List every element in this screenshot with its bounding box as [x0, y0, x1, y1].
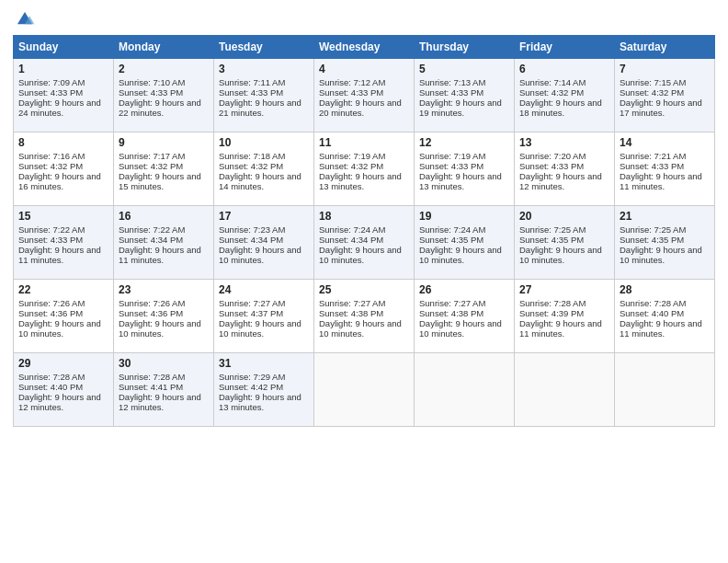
day-number: 22	[18, 283, 108, 296]
day-number: 15	[18, 210, 108, 223]
daylight-text: Daylight: 9 hours and 22 minutes.	[119, 98, 201, 118]
calendar-cell-13: 13Sunrise: 7:20 AMSunset: 4:33 PMDayligh…	[515, 132, 615, 206]
logo-icon	[15, 9, 35, 29]
calendar-cell-empty-3	[314, 353, 415, 427]
calendar-header-row: Sunday Monday Tuesday Wednesday Thursday…	[14, 36, 715, 59]
col-thursday: Thursday	[415, 36, 515, 59]
sunrise-text: Sunrise: 7:29 AM	[219, 372, 285, 382]
calendar-cell-2: 2Sunrise: 7:10 AMSunset: 4:33 PMDaylight…	[114, 59, 214, 132]
calendar-cell-11: 11Sunrise: 7:19 AMSunset: 4:32 PMDayligh…	[314, 132, 415, 206]
day-number: 5	[419, 63, 509, 75]
calendar-cell-1: 1Sunrise: 7:09 AMSunset: 4:33 PMDaylight…	[14, 59, 114, 132]
calendar-cell-20: 20Sunrise: 7:25 AMSunset: 4:35 PMDayligh…	[515, 206, 615, 280]
calendar-week-5: 29Sunrise: 7:28 AMSunset: 4:40 PMDayligh…	[14, 353, 715, 427]
daylight-text: Daylight: 9 hours and 10 minutes.	[620, 245, 702, 265]
daylight-text: Daylight: 9 hours and 10 minutes.	[519, 245, 602, 265]
sunrise-text: Sunrise: 7:28 AM	[119, 372, 185, 382]
day-number: 13	[519, 136, 609, 149]
daylight-text: Daylight: 9 hours and 10 minutes.	[319, 318, 402, 339]
daylight-text: Daylight: 9 hours and 20 minutes.	[319, 98, 402, 118]
sunset-text: Sunset: 4:32 PM	[319, 161, 383, 171]
day-number: 26	[419, 283, 509, 296]
sunset-text: Sunset: 4:32 PM	[519, 87, 584, 98]
calendar-cell-17: 17Sunrise: 7:23 AMSunset: 4:34 PMDayligh…	[214, 206, 314, 280]
calendar-cell-7: 7Sunrise: 7:15 AMSunset: 4:32 PMDaylight…	[615, 59, 715, 132]
sunrise-text: Sunrise: 7:26 AM	[18, 298, 85, 308]
sunset-text: Sunset: 4:33 PM	[519, 161, 584, 171]
daylight-text: Daylight: 9 hours and 11 minutes.	[119, 245, 201, 265]
day-number: 21	[620, 210, 710, 223]
daylight-text: Daylight: 9 hours and 14 minutes.	[219, 171, 301, 191]
daylight-text: Daylight: 9 hours and 10 minutes.	[219, 245, 301, 265]
day-number: 24	[219, 283, 309, 296]
calendar-table: Sunday Monday Tuesday Wednesday Thursday…	[13, 35, 715, 427]
sunrise-text: Sunrise: 7:12 AM	[319, 77, 385, 87]
daylight-text: Daylight: 9 hours and 12 minutes.	[18, 392, 101, 412]
sunset-text: Sunset: 4:36 PM	[18, 308, 83, 318]
day-number: 29	[18, 357, 108, 370]
daylight-text: Daylight: 9 hours and 10 minutes.	[419, 245, 502, 265]
sunrise-text: Sunrise: 7:16 AM	[18, 151, 85, 161]
calendar-cell-21: 21Sunrise: 7:25 AMSunset: 4:35 PMDayligh…	[615, 206, 715, 280]
calendar-cell-9: 9Sunrise: 7:17 AMSunset: 4:32 PMDaylight…	[114, 132, 214, 206]
calendar-cell-18: 18Sunrise: 7:24 AMSunset: 4:34 PMDayligh…	[314, 206, 415, 280]
sunset-text: Sunset: 4:33 PM	[18, 235, 83, 245]
day-number: 11	[319, 136, 409, 149]
col-sunday: Sunday	[14, 36, 114, 59]
calendar-cell-19: 19Sunrise: 7:24 AMSunset: 4:35 PMDayligh…	[415, 206, 515, 280]
col-saturday: Saturday	[615, 36, 715, 59]
daylight-text: Daylight: 9 hours and 11 minutes.	[620, 171, 702, 191]
header	[13, 9, 715, 29]
calendar-cell-6: 6Sunrise: 7:14 AMSunset: 4:32 PMDaylight…	[515, 59, 615, 132]
sunset-text: Sunset: 4:33 PM	[620, 161, 684, 171]
daylight-text: Daylight: 9 hours and 13 minutes.	[319, 171, 402, 191]
sunset-text: Sunset: 4:38 PM	[419, 308, 483, 318]
daylight-text: Daylight: 9 hours and 21 minutes.	[219, 98, 301, 118]
daylight-text: Daylight: 9 hours and 15 minutes.	[119, 171, 201, 191]
day-number: 9	[119, 136, 209, 149]
sunset-text: Sunset: 4:33 PM	[419, 161, 483, 171]
sunset-text: Sunset: 4:41 PM	[119, 382, 183, 392]
day-number: 3	[219, 63, 309, 75]
sunrise-text: Sunrise: 7:28 AM	[620, 298, 686, 308]
day-number: 28	[620, 283, 710, 296]
sunrise-text: Sunrise: 7:14 AM	[519, 77, 586, 87]
day-number: 10	[219, 136, 309, 149]
sunrise-text: Sunrise: 7:18 AM	[219, 151, 285, 161]
sunset-text: Sunset: 4:33 PM	[419, 87, 483, 98]
daylight-text: Daylight: 9 hours and 13 minutes.	[419, 171, 502, 191]
calendar-cell-22: 22Sunrise: 7:26 AMSunset: 4:36 PMDayligh…	[14, 280, 114, 353]
sunrise-text: Sunrise: 7:19 AM	[419, 151, 485, 161]
calendar-cell-3: 3Sunrise: 7:11 AMSunset: 4:33 PMDaylight…	[214, 59, 314, 132]
day-number: 30	[119, 357, 209, 370]
calendar-week-1: 1Sunrise: 7:09 AMSunset: 4:33 PMDaylight…	[14, 59, 715, 132]
daylight-text: Daylight: 9 hours and 10 minutes.	[419, 318, 502, 339]
col-tuesday: Tuesday	[214, 36, 314, 59]
day-number: 7	[620, 63, 710, 75]
daylight-text: Daylight: 9 hours and 24 minutes.	[18, 98, 101, 118]
daylight-text: Daylight: 9 hours and 19 minutes.	[419, 98, 502, 118]
day-number: 19	[419, 210, 509, 223]
sunset-text: Sunset: 4:39 PM	[519, 308, 584, 318]
sunrise-text: Sunrise: 7:26 AM	[119, 298, 185, 308]
sunset-text: Sunset: 4:40 PM	[620, 308, 684, 318]
daylight-text: Daylight: 9 hours and 10 minutes.	[119, 318, 201, 339]
sunrise-text: Sunrise: 7:09 AM	[18, 77, 85, 87]
calendar-cell-31: 31Sunrise: 7:29 AMSunset: 4:42 PMDayligh…	[214, 353, 314, 427]
day-number: 16	[119, 210, 209, 223]
sunset-text: Sunset: 4:35 PM	[519, 235, 584, 245]
sunrise-text: Sunrise: 7:15 AM	[620, 77, 686, 87]
sunrise-text: Sunrise: 7:25 AM	[620, 224, 686, 235]
day-number: 31	[219, 357, 309, 370]
sunrise-text: Sunrise: 7:10 AM	[119, 77, 185, 87]
day-number: 20	[519, 210, 609, 223]
calendar-cell-empty-4	[415, 353, 515, 427]
sunrise-text: Sunrise: 7:25 AM	[519, 224, 586, 235]
sunrise-text: Sunrise: 7:24 AM	[419, 224, 485, 235]
daylight-text: Daylight: 9 hours and 17 minutes.	[620, 98, 702, 118]
calendar-cell-10: 10Sunrise: 7:18 AMSunset: 4:32 PMDayligh…	[214, 132, 314, 206]
day-number: 6	[519, 63, 609, 75]
calendar-cell-5: 5Sunrise: 7:13 AMSunset: 4:33 PMDaylight…	[415, 59, 515, 132]
calendar-cell-30: 30Sunrise: 7:28 AMSunset: 4:41 PMDayligh…	[114, 353, 214, 427]
calendar-cell-12: 12Sunrise: 7:19 AMSunset: 4:33 PMDayligh…	[415, 132, 515, 206]
